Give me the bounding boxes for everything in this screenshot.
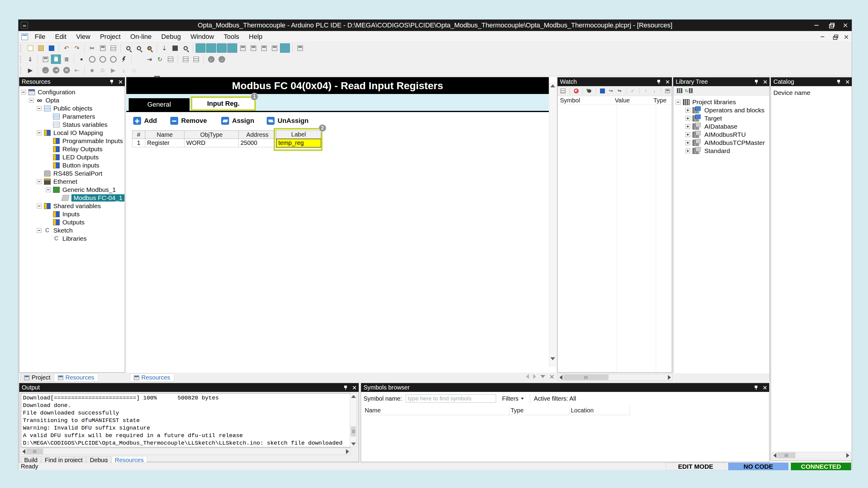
symbol-search-input[interactable] [406,394,496,403]
tree-item-aimodbustcpmaster[interactable]: AIModbusTCPMaster [673,138,770,147]
toggle-symbols-browser-button[interactable] [280,43,290,53]
tree-item-status-variables[interactable]: Status variables [19,121,125,129]
tab-resources-left[interactable]: Resources [54,373,98,382]
toggle-crossref-window-button[interactable] [259,43,269,53]
collapse-icon[interactable] [21,90,26,95]
editor-vertical-scrollbar[interactable] [549,83,556,367]
scroll-thumb[interactable] [777,452,795,458]
menu-window[interactable]: Window [186,33,219,41]
loop-button[interactable]: ◌ [129,66,139,75]
collapse-icon[interactable] [29,98,34,103]
close-document-icon[interactable] [550,375,554,379]
set-breakpoint-button[interactable]: ● [87,66,97,75]
goto-line-button[interactable]: ⇣ [159,43,169,53]
disconnect-button[interactable] [61,55,71,64]
symbols-col-type[interactable]: Type [509,406,569,415]
scroll-right-icon[interactable] [846,453,849,458]
redo-button[interactable]: ↷ [72,43,82,53]
print-preview-button[interactable] [181,43,190,53]
next-document-icon[interactable] [533,374,536,379]
undo-button[interactable]: ↶ [61,43,71,53]
watch-col-symbol[interactable]: Symbol [558,97,615,104]
collapse-icon[interactable] [37,130,41,135]
print-button[interactable] [170,43,180,53]
collapse-icon[interactable] [676,100,681,104]
paste-button[interactable] [108,43,118,53]
col-objtype[interactable]: ObjType [184,131,239,139]
toolbar-grip[interactable] [20,56,23,63]
scroll-thumb[interactable] [563,375,609,380]
import-watchlist-button[interactable]: ↬ [616,87,624,95]
scroll-right-icon[interactable] [668,375,671,380]
symbols-col-name[interactable]: Name [364,406,509,415]
toggle-output-window-button[interactable] [206,43,216,53]
move-down-button[interactable]: ↓ [650,87,658,95]
pin-icon[interactable] [754,385,758,390]
refresh-values-button[interactable]: ↻ [155,55,165,64]
tree-item-ethernet[interactable]: Ethernet [19,177,125,186]
tree-item-modbus-fc-04-1[interactable]: Modbus FC-04_1 [19,194,125,202]
step-out-button[interactable]: ⇤ [72,66,82,75]
col-address[interactable]: Address [239,131,276,139]
pin-icon[interactable] [344,385,347,390]
scroll-down-icon[interactable] [550,357,555,360]
minimize-button[interactable] [813,22,820,29]
close-icon[interactable] [845,80,849,84]
scroll-thumb[interactable] [26,449,43,454]
tree-item-aidatabase[interactable]: AIDatabase [673,122,770,130]
warm-restart-button[interactable] [98,55,107,64]
save-button[interactable] [46,43,56,53]
close-icon[interactable] [119,80,122,84]
scroll-left-icon[interactable] [22,449,25,454]
collapse-icon[interactable] [37,179,41,184]
menu-edit[interactable]: Edit [50,33,71,41]
toggle-sourcecode-window-button[interactable] [238,43,248,53]
filters-button[interactable]: Filters [500,394,526,403]
tree-item-libraries[interactable]: CLibraries [19,234,125,242]
watch-col-value[interactable]: Value [615,97,653,104]
col-label[interactable]: Label [276,131,321,139]
add-button[interactable]: Add [133,116,157,126]
device-setup-button[interactable] [40,55,50,64]
restore-button[interactable] [828,22,834,29]
tree-item-project-libraries[interactable]: Project libraries [673,98,770,106]
find-next-button[interactable] [134,43,144,53]
mdi-close-button[interactable] [844,35,848,39]
toggle-properties-window-button[interactable] [248,43,258,53]
toolbar-grip[interactable] [20,44,23,52]
halt-button[interactable]: ■ [76,55,87,64]
scroll-up-icon[interactable] [351,395,356,398]
toggle-watch-window-button[interactable] [217,43,227,53]
tab-project[interactable]: Project [20,373,54,382]
duplicate-watch-button[interactable] [664,87,672,95]
toggle-library-window-button[interactable] [227,43,237,53]
collapse-icon[interactable] [37,228,41,233]
step-over-button[interactable]: → [40,66,50,75]
unassign-button[interactable]: UnAssign [267,116,309,126]
close-icon[interactable] [763,386,767,390]
download-code-button[interactable]: ⇓ [25,55,35,64]
clear-watch-button[interactable]: ✓ [629,87,637,95]
mdi-restore-button[interactable] [832,34,837,39]
cell-objtype[interactable]: WORD [184,139,239,147]
catalog-horizontal-scrollbar[interactable] [772,452,851,459]
watch-horizontal-scrollbar[interactable] [558,374,673,381]
cell-number[interactable]: 1 [132,139,145,147]
menu-view[interactable]: View [71,33,95,41]
toggle-text-window-button[interactable] [270,43,279,53]
run-to-cursor-button[interactable]: ↓ [119,66,129,75]
watch-list-button[interactable] [559,87,567,95]
tree-item-standard[interactable]: Standard [673,147,770,155]
export-watchlist-button[interactable]: ↪ [607,87,615,95]
expand-icon[interactable] [685,132,690,137]
open-project-button[interactable] [36,43,46,53]
cut-button[interactable]: ✂ [87,43,97,53]
find-in-project-button[interactable] [144,43,154,53]
tree-item-public-objects[interactable]: Public objects [19,104,125,112]
pin-icon[interactable] [657,79,661,84]
cell-name[interactable]: Register [145,139,184,147]
tree-item-inputs[interactable]: Inputs [19,210,125,218]
tree-item-button-inputs[interactable]: Button inputs [19,161,125,169]
menu-debug[interactable]: Debug [156,33,186,41]
pin-icon[interactable] [110,79,114,84]
